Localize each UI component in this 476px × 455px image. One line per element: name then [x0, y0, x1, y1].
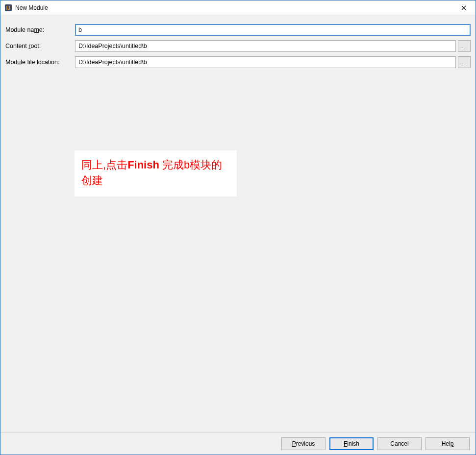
title-bar: IJ New Module: [0, 0, 476, 15]
finish-button[interactable]: Finish: [329, 437, 374, 450]
content-root-label: Content root:: [5, 43, 75, 49]
svg-text:IJ: IJ: [6, 5, 10, 11]
annotation-overlay: 同上,点击Finish 完成b模块的 创建: [75, 150, 237, 196]
module-file-location-input[interactable]: [75, 56, 456, 68]
content-root-input[interactable]: [75, 40, 456, 52]
content-root-row: Content root: ...: [5, 40, 471, 52]
module-file-location-row: Module file location: ...: [5, 56, 471, 68]
cancel-button[interactable]: Cancel: [377, 437, 422, 450]
module-file-location-browse-button[interactable]: ...: [458, 56, 471, 68]
module-name-label: Module name:: [5, 26, 75, 33]
close-button[interactable]: [452, 0, 475, 15]
previous-button[interactable]: Previous: [281, 437, 326, 450]
module-file-location-label: Module file location:: [5, 59, 75, 66]
content-root-browse-button[interactable]: ...: [458, 40, 471, 52]
window-title: New Module: [15, 4, 452, 11]
form-area: Module name: Content root: ... Module fi…: [0, 15, 476, 77]
button-bar: Previous Finish Cancel Help: [0, 432, 476, 455]
module-name-input[interactable]: [75, 24, 471, 36]
help-button[interactable]: Help: [426, 437, 470, 450]
dialog-content: Module name: Content root: ... Module fi…: [0, 15, 476, 455]
module-name-row: Module name:: [5, 24, 471, 36]
app-icon: IJ: [4, 4, 12, 12]
